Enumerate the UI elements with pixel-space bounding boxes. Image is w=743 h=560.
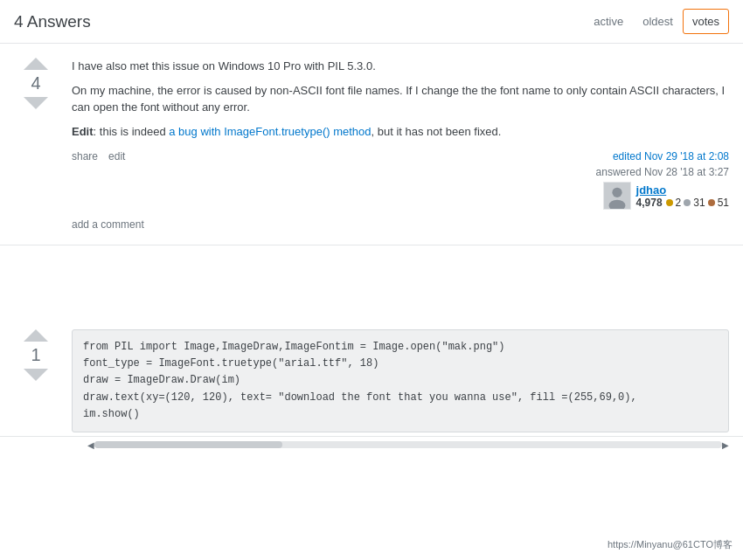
bug-link[interactable]: a bug with ImageFont.truetype() method	[169, 125, 371, 138]
downvote-button-2[interactable]	[24, 369, 48, 381]
answer-line-2: On my machine, the error is caused by no…	[72, 82, 729, 116]
user-card-1: jdhao 4,978 2 31 51	[603, 182, 729, 210]
add-comment-1[interactable]: add a comment	[72, 218, 729, 231]
user-rep-1: 4,978	[636, 197, 663, 209]
answers-header: 4 Answers active oldest votes	[0, 0, 743, 44]
scroll-right-arrow[interactable]: ▶	[722, 440, 729, 450]
downvote-button-1[interactable]	[24, 97, 48, 109]
edit-link-1[interactable]: edit	[108, 150, 125, 162]
tab-votes[interactable]: votes	[683, 9, 729, 34]
badges-1: 2 31 51	[666, 197, 729, 209]
sort-tabs: active oldest votes	[584, 9, 729, 34]
bronze-dot-1	[708, 199, 715, 206]
answer-edit-line: Edit: this is indeed a bug with ImageFon…	[72, 123, 729, 141]
gold-dot-1	[666, 199, 673, 206]
code-block-2[interactable]: from PIL import Image,ImageDraw,ImageFon…	[72, 329, 729, 432]
share-link-1[interactable]: share	[72, 150, 98, 162]
spacer	[0, 245, 743, 315]
tab-oldest[interactable]: oldest	[633, 9, 683, 34]
code-content-col-2: from PIL import Image,ImageDraw,ImageFon…	[72, 329, 729, 432]
answer-1: 4 I have also met this issue on Windows …	[0, 44, 743, 245]
answered-info-1: answered Nov 28 '18 at 3:27	[596, 166, 729, 178]
upvote-button-1[interactable]	[24, 58, 48, 70]
scrollbar-track[interactable]	[94, 441, 722, 448]
vote-column-1: 4	[14, 58, 58, 231]
answered-time-1: answered Nov 28 '18 at 3:27	[596, 166, 729, 178]
vote-column-2: 1	[14, 329, 58, 432]
scrollbar-thumb	[94, 441, 282, 448]
answer-2: 1 from PIL import Image,ImageDraw,ImageF…	[0, 315, 743, 432]
action-bar-1: share edit edited Nov 29 '18 at 2:08 ans…	[72, 150, 729, 210]
watermark: https://Minyanu@61CTO博客	[604, 536, 736, 553]
silver-dot-1	[684, 199, 691, 206]
edit-label: Edit	[72, 125, 94, 138]
upvote-button-2[interactable]	[24, 329, 48, 342]
username-1[interactable]: jdhao	[636, 183, 667, 197]
user-info-1: jdhao 4,978 2 31 51	[636, 183, 729, 209]
scrollbar-area: ◀ ▶	[0, 436, 743, 453]
tab-active[interactable]: active	[584, 9, 633, 34]
vote-count-2: 1	[31, 345, 40, 365]
edited-link-1[interactable]: edited Nov 29 '18 at 2:08	[613, 150, 729, 162]
silver-count-1: 31	[693, 197, 705, 209]
answer-text-1: I have also met this issue on Windows 10…	[72, 58, 729, 140]
scroll-left-arrow[interactable]: ◀	[87, 440, 94, 450]
vote-count-1: 4	[31, 73, 40, 93]
answer-line-1: I have also met this issue on Windows 10…	[72, 58, 729, 75]
action-links-1: share edit	[72, 150, 125, 162]
content-col-1: I have also met this issue on Windows 10…	[72, 58, 729, 231]
svg-point-1	[612, 188, 621, 197]
avatar-1	[603, 182, 631, 210]
answer-meta-1: edited Nov 29 '18 at 2:08 answered Nov 2…	[596, 150, 729, 210]
gold-count-1: 2	[676, 197, 682, 209]
edited-info-1: edited Nov 29 '18 at 2:08	[613, 150, 729, 162]
bronze-count-1: 51	[718, 197, 729, 209]
answers-title: 4 Answers	[14, 12, 91, 31]
